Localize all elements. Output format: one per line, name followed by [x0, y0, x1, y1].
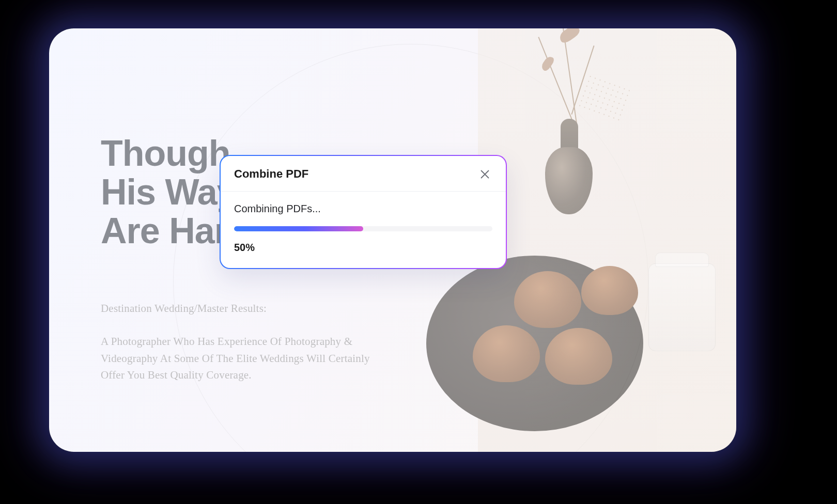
page-subheading: Destination Wedding/Master Results:: [101, 302, 267, 315]
progress-percent-label: 50%: [234, 242, 492, 254]
decorative-photo: [478, 28, 736, 452]
dialog-header: Combine PDF: [221, 156, 506, 192]
dialog-title: Combine PDF: [234, 167, 308, 181]
page-body-text: A Photographer Who Has Experience Of Pho…: [101, 333, 390, 384]
progress-bar: [234, 226, 492, 231]
close-icon: [481, 170, 489, 179]
dialog-body: Combining PDFs... 50%: [221, 192, 506, 268]
progress-bar-fill: [234, 226, 363, 231]
combine-pdf-dialog: Combine PDF Combining PDFs... 50%: [220, 155, 507, 269]
close-button[interactable]: [477, 166, 492, 182]
progress-status-text: Combining PDFs...: [234, 203, 492, 215]
